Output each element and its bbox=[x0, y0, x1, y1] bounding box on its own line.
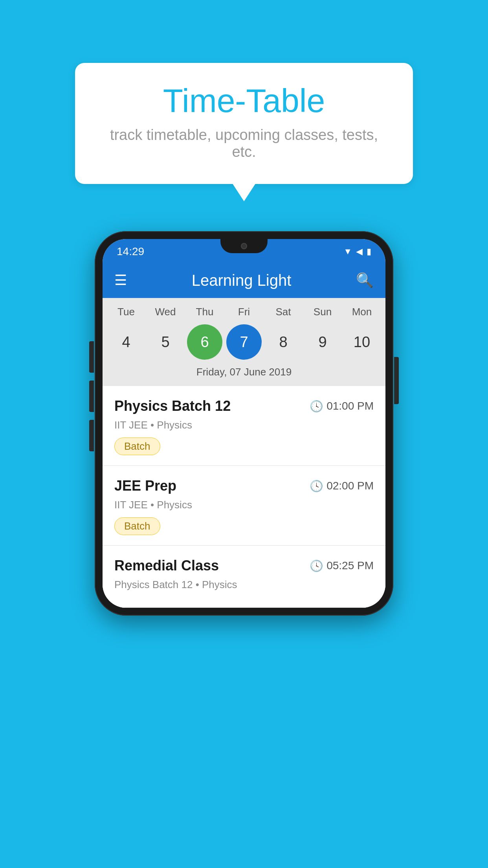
weekday-tue: Tue bbox=[108, 306, 144, 318]
card-subtitle: track timetable, upcoming classes, tests… bbox=[106, 127, 382, 160]
date-6-today[interactable]: 6 bbox=[187, 324, 222, 360]
class-name-2: JEE Prep bbox=[114, 478, 176, 494]
phone-mockup: 14:29 ▼ ◀ ▮ ☰ Learning Light 🔍 Tue Wed T… bbox=[95, 231, 393, 616]
class-item-2[interactable]: JEE Prep 🕓 02:00 PM IIT JEE • Physics Ba… bbox=[103, 466, 385, 546]
clock-icon-3: 🕓 bbox=[310, 559, 323, 572]
weekday-thu: Thu bbox=[187, 306, 222, 318]
class-meta-2: IIT JEE • Physics bbox=[114, 499, 374, 511]
weekday-sat: Sat bbox=[266, 306, 301, 318]
weekday-mon: Mon bbox=[344, 306, 380, 318]
class-badge-2: Batch bbox=[114, 517, 160, 535]
class-item-3[interactable]: Remedial Class 🕓 05:25 PM Physics Batch … bbox=[103, 546, 385, 608]
weekday-sun: Sun bbox=[305, 306, 340, 318]
class-item-header-3: Remedial Class 🕓 05:25 PM bbox=[114, 557, 374, 574]
camera bbox=[241, 243, 247, 249]
class-item-1[interactable]: Physics Batch 12 🕓 01:00 PM IIT JEE • Ph… bbox=[103, 386, 385, 466]
clock-icon-2: 🕓 bbox=[310, 480, 323, 493]
status-icons: ▼ ◀ ▮ bbox=[343, 246, 371, 257]
class-time-label-2: 02:00 PM bbox=[327, 480, 374, 492]
weekday-fri: Fri bbox=[226, 306, 262, 318]
date-8[interactable]: 8 bbox=[266, 324, 301, 360]
class-name-1: Physics Batch 12 bbox=[114, 398, 231, 414]
status-time: 14:29 bbox=[117, 245, 144, 258]
date-5[interactable]: 5 bbox=[148, 324, 183, 360]
battery-icon: ▮ bbox=[367, 246, 371, 257]
date-7-selected[interactable]: 7 bbox=[226, 324, 262, 360]
selected-date-label: Friday, 07 June 2019 bbox=[106, 366, 382, 382]
class-meta-1: IIT JEE • Physics bbox=[114, 419, 374, 431]
class-name-3: Remedial Class bbox=[114, 557, 219, 574]
clock-icon-1: 🕓 bbox=[310, 400, 323, 413]
weekday-wed: Wed bbox=[148, 306, 183, 318]
phone-notch bbox=[220, 239, 268, 253]
class-list: Physics Batch 12 🕓 01:00 PM IIT JEE • Ph… bbox=[103, 386, 385, 608]
date-4[interactable]: 4 bbox=[108, 324, 144, 360]
class-meta-3: Physics Batch 12 • Physics bbox=[114, 579, 374, 591]
hamburger-icon[interactable]: ☰ bbox=[114, 273, 127, 287]
card-title: Time-Table bbox=[106, 83, 382, 119]
info-card: Time-Table track timetable, upcoming cla… bbox=[75, 63, 413, 184]
class-item-header-1: Physics Batch 12 🕓 01:00 PM bbox=[114, 398, 374, 414]
wifi-icon: ▼ bbox=[343, 246, 352, 257]
dates-row: 4 5 6 7 8 9 10 bbox=[106, 324, 382, 360]
class-time-2: 🕓 02:00 PM bbox=[310, 480, 374, 493]
phone-outer: 14:29 ▼ ◀ ▮ ☰ Learning Light 🔍 Tue Wed T… bbox=[95, 231, 393, 616]
app-title: Learning Light bbox=[136, 272, 347, 289]
date-9[interactable]: 9 bbox=[305, 324, 340, 360]
weekdays-row: Tue Wed Thu Fri Sat Sun Mon bbox=[106, 306, 382, 318]
calendar-section: Tue Wed Thu Fri Sat Sun Mon 4 5 6 7 8 9 … bbox=[103, 298, 385, 386]
signal-icon: ◀ bbox=[356, 246, 363, 257]
class-time-label-1: 01:00 PM bbox=[327, 400, 374, 412]
phone-screen: 14:29 ▼ ◀ ▮ ☰ Learning Light 🔍 Tue Wed T… bbox=[103, 239, 385, 608]
class-time-1: 🕓 01:00 PM bbox=[310, 400, 374, 413]
class-badge-1: Batch bbox=[114, 438, 160, 455]
class-time-label-3: 05:25 PM bbox=[327, 559, 374, 572]
app-bar: ☰ Learning Light 🔍 bbox=[103, 263, 385, 298]
date-10[interactable]: 10 bbox=[344, 324, 380, 360]
class-time-3: 🕓 05:25 PM bbox=[310, 559, 374, 572]
class-item-header-2: JEE Prep 🕓 02:00 PM bbox=[114, 478, 374, 494]
search-icon[interactable]: 🔍 bbox=[356, 272, 374, 289]
